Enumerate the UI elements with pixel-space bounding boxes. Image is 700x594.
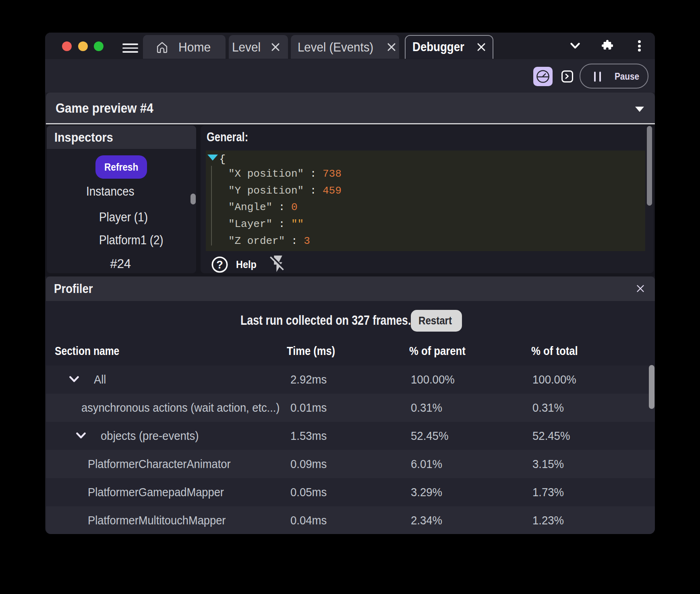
svg-text:?: ?	[216, 259, 223, 271]
